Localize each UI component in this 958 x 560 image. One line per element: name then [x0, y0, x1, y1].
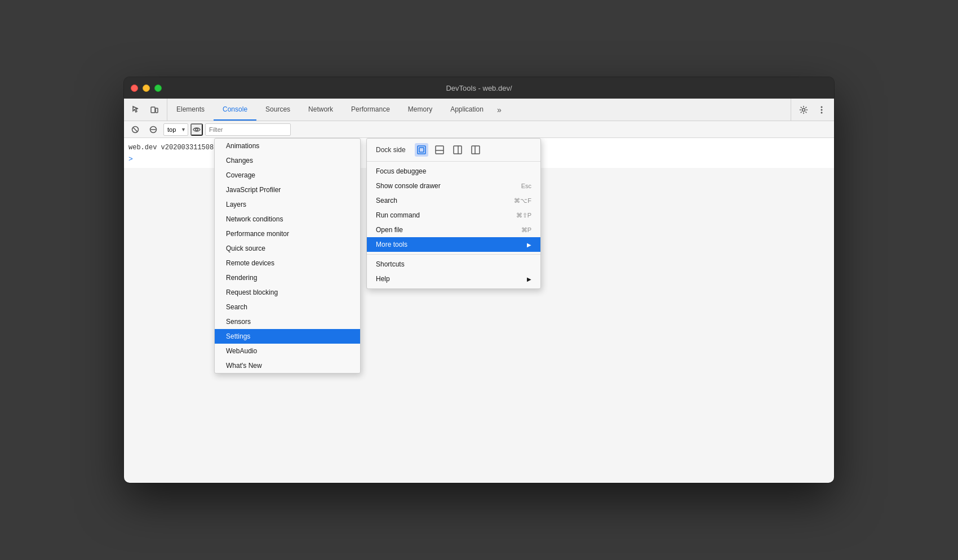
- svg-point-5: [821, 112, 823, 113]
- console-toolbar: top ▼: [124, 121, 834, 138]
- more-tools-arrow-icon: ▶: [527, 242, 531, 248]
- submenu-item-request-blocking[interactable]: Request blocking: [215, 285, 360, 300]
- minimize-button[interactable]: [143, 85, 150, 92]
- tabs-list: Elements Console Sources Network Perform…: [167, 99, 791, 121]
- context-section-1: Focus debuggee Show console drawer Esc S…: [367, 162, 540, 254]
- submenu-item-remote-devices[interactable]: Remote devices: [215, 256, 360, 270]
- context-item-run-command[interactable]: Run command ⌘⇧P: [367, 208, 540, 223]
- svg-point-2: [802, 108, 805, 111]
- frame-selector[interactable]: top: [163, 123, 188, 136]
- dock-side-label: Dock side: [376, 146, 406, 154]
- svg-rect-11: [418, 146, 425, 154]
- submenu-item-js-profiler[interactable]: JavaScript Profiler: [215, 183, 360, 197]
- eye-icon-button[interactable]: [190, 123, 203, 136]
- more-options-button[interactable]: [814, 102, 830, 118]
- submenu-item-rendering[interactable]: Rendering: [215, 270, 360, 285]
- svg-rect-15: [454, 146, 462, 154]
- traffic-lights: [131, 85, 162, 92]
- context-section-2: Shortcuts Help ▶: [367, 254, 540, 288]
- device-toggle-button[interactable]: [147, 102, 162, 118]
- context-item-search[interactable]: Search ⌘⌥F: [367, 193, 540, 208]
- more-tools-submenu: Animations Changes Coverage JavaScript P…: [214, 138, 361, 374]
- tab-network[interactable]: Network: [299, 99, 342, 121]
- context-item-open-file[interactable]: Open file ⌘P: [367, 223, 540, 237]
- submenu-item-webaudio[interactable]: WebAudio: [215, 344, 360, 358]
- svg-rect-1: [156, 108, 158, 113]
- context-item-show-console-drawer[interactable]: Show console drawer Esc: [367, 179, 540, 193]
- clear-console-button[interactable]: [127, 122, 143, 137]
- submenu-item-changes[interactable]: Changes: [215, 153, 360, 168]
- dock-undock-button[interactable]: [415, 143, 428, 157]
- submenu-item-coverage[interactable]: Coverage: [215, 168, 360, 183]
- dock-bottom-button[interactable]: [433, 143, 446, 157]
- submenu-item-animations[interactable]: Animations: [215, 139, 360, 153]
- context-item-shortcuts[interactable]: Shortcuts: [367, 257, 540, 272]
- context-item-focus-debuggee[interactable]: Focus debuggee: [367, 164, 540, 179]
- close-button[interactable]: [131, 85, 138, 92]
- tab-sources[interactable]: Sources: [256, 99, 299, 121]
- svg-rect-0: [151, 107, 155, 113]
- inspect-element-button[interactable]: [128, 102, 144, 118]
- maximize-button[interactable]: [154, 85, 162, 92]
- svg-line-7: [134, 127, 138, 131]
- svg-point-3: [821, 106, 823, 108]
- tab-application[interactable]: Application: [441, 99, 493, 121]
- no-block-button[interactable]: [145, 122, 161, 137]
- svg-rect-13: [436, 146, 443, 154]
- tab-performance[interactable]: Performance: [342, 99, 399, 121]
- dock-side-section: Dock side: [367, 139, 540, 162]
- settings-button[interactable]: [796, 102, 811, 118]
- title-bar: DevTools - web.dev/: [124, 77, 834, 99]
- devtools-tabs-bar: Elements Console Sources Network Perform…: [124, 99, 834, 121]
- filter-input[interactable]: [205, 123, 291, 136]
- context-menu: Dock side: [366, 138, 541, 289]
- svg-rect-17: [472, 146, 480, 154]
- svg-point-10: [196, 128, 198, 131]
- tab-memory[interactable]: Memory: [399, 99, 441, 121]
- svg-point-4: [821, 109, 823, 110]
- tab-console[interactable]: Console: [214, 99, 256, 121]
- help-arrow-icon: ▶: [527, 276, 531, 282]
- devtools-window: Elements Console Sources Network Perform…: [124, 99, 834, 483]
- context-item-more-tools[interactable]: More tools ▶: [367, 237, 540, 252]
- tabs-right-icons: [791, 99, 834, 121]
- context-item-help[interactable]: Help ▶: [367, 272, 540, 286]
- devtools-toolbar-icons: [124, 99, 167, 121]
- dock-right-button[interactable]: [451, 143, 464, 157]
- svg-rect-12: [419, 148, 424, 152]
- submenu-item-layers[interactable]: Layers: [215, 197, 360, 212]
- more-tabs-button[interactable]: »: [493, 99, 506, 121]
- submenu-item-whats-new[interactable]: What's New: [215, 358, 360, 373]
- tab-elements[interactable]: Elements: [167, 99, 214, 121]
- frame-selector-wrapper: top ▼: [163, 123, 188, 136]
- submenu-item-quick-source[interactable]: Quick source: [215, 241, 360, 256]
- submenu-item-network-conditions[interactable]: Network conditions: [215, 212, 360, 226]
- submenu-item-sensors[interactable]: Sensors: [215, 314, 360, 329]
- window-title: DevTools - web.dev/: [446, 84, 512, 92]
- dock-left-button[interactable]: [469, 143, 482, 157]
- submenu-item-settings[interactable]: Settings: [215, 329, 360, 344]
- submenu-item-performance-monitor[interactable]: Performance monitor: [215, 226, 360, 241]
- submenu-item-search[interactable]: Search: [215, 300, 360, 314]
